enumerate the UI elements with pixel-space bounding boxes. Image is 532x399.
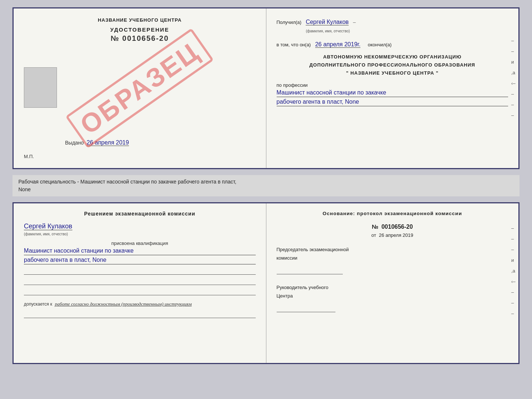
org-line1: АВТОНОМНУЮ НЕКОММЕРЧЕСКУЮ ОРГАНИЗАЦИЮ — [277, 53, 508, 61]
middle-text-line2: None — [18, 186, 514, 193]
bottom-date-prefix: от — [371, 232, 376, 238]
cert-photo-placeholder — [24, 67, 57, 108]
profession-block: по профессии Машинист насосной станции п… — [277, 82, 508, 106]
date-value-right: 26 апреля 2019г. — [315, 41, 360, 48]
head-sig-line — [277, 303, 335, 312]
bottom-name-sublabel: (фамилия, имя, отчество) — [24, 232, 68, 236]
protocol-number-block: № 0010656-20 — [277, 224, 508, 230]
middle-text-line1: Рабочая специальность - Машинист насосно… — [18, 178, 514, 186]
person-name-block: Сергей Кулаков (фамилия, имя, отчество) — [24, 222, 256, 237]
protocol-number: 0010656-20 — [381, 224, 413, 230]
person-name: Сергей Кулаков — [24, 222, 72, 230]
qual-line2: рабочего агента в пласт, None — [24, 257, 256, 264]
top-document: НАЗВАНИЕ УЧЕБНОГО ЦЕНТРА УДОСТОВЕРЕНИЕ №… — [12, 7, 520, 169]
chairman-block: Председатель экзаменационной комиссии — [277, 245, 508, 274]
bottom-right-panel: Основание: протокол экзаменационной коми… — [266, 203, 519, 363]
org-block: АВТОНОМНУЮ НЕКОММЕРЧЕСКУЮ ОРГАНИЗАЦИЮ ДО… — [277, 53, 508, 77]
middle-text-block: Рабочая специальность - Машинист насосно… — [12, 175, 520, 196]
org-quote-close: " — [436, 70, 438, 76]
cert-date-value: 26 апреля 2019 — [87, 139, 129, 146]
cert-date-block: Выдано 26 апреля 2019 — [65, 139, 129, 146]
org-line2: ДОПОЛНИТЕЛЬНОГО ПРОФЕССИОНАЛЬНОГО ОБРАЗО… — [277, 61, 508, 69]
cert-center-block: УДОСТОВЕРЕНИЕ № 0010656-20 — [24, 26, 256, 50]
bottom-date-block: от 26 апреля 2019 — [277, 232, 508, 238]
right-dashes: ––и,а‹–––– — [511, 38, 515, 118]
cert-left-panel: НАЗВАНИЕ УЧЕБНОГО ЦЕНТРА УДОСТОВЕРЕНИЕ №… — [14, 8, 266, 168]
chairman-label2: комиссии — [277, 254, 508, 262]
allow-prefix: допускается к — [24, 302, 52, 307]
org-name: НАЗВАНИЕ УЧЕБНОГО ЦЕНТРА — [351, 70, 434, 76]
date-prefix: в том, что он(а) — [277, 42, 311, 47]
qual-line1: Машинист насосной станции по закачке — [24, 247, 256, 255]
sig-underline-4 — [24, 309, 256, 318]
cert-right-panel: Получил(а) Сергей Кулаков – (фамилия, им… — [266, 8, 519, 168]
allow-text-value: работе согласно должностным (производств… — [55, 301, 191, 307]
cert-mp: М.П. — [24, 154, 34, 159]
protocol-label: № — [372, 224, 378, 230]
head-label2: Центра — [277, 292, 508, 300]
bottom-document: Решением экзаменационной комиссии Сергей… — [12, 202, 520, 364]
received-row: Получил(а) Сергей Кулаков – (фамилия, им… — [277, 17, 508, 35]
bottom-left-panel: Решением экзаменационной комиссии Сергей… — [14, 203, 266, 363]
date-row: в том, что он(а) 26 апреля 2019г. окончи… — [277, 40, 508, 49]
finished-label: окончил(а) — [368, 42, 392, 47]
profession-line1: Машинист насосной станции по закачке — [277, 89, 508, 97]
cert-number: № 0010656-20 — [111, 34, 169, 43]
sig-underline-1 — [24, 266, 256, 275]
profession-line2: рабочего агента в пласт, None — [277, 99, 508, 106]
cert-school-title: НАЗВАНИЕ УЧЕБНОГО ЦЕНТРА — [24, 17, 256, 23]
commission-title: Решением экзаменационной комиссии — [24, 211, 256, 217]
received-label: Получил(а) — [277, 19, 302, 25]
org-name-line: " НАЗВАНИЕ УЧЕБНОГО ЦЕНТРА " — [277, 69, 508, 77]
assigned-label: присвоена квалификация — [24, 241, 256, 246]
org-quote-open: " — [346, 70, 349, 76]
bottom-date-value: 26 апреля 2019 — [379, 232, 413, 238]
allow-text-block: допускается к работе согласно должностны… — [24, 301, 256, 307]
cert-label: УДОСТОВЕРЕНИЕ — [110, 26, 169, 33]
profession-label: по профессии — [277, 82, 508, 88]
head-block: Руководитель учебного Центра — [277, 283, 508, 312]
bottom-right-dashes: –––и,а‹–––– — [511, 225, 515, 316]
cert-date-label: Выдано — [65, 140, 84, 146]
osnov-title: Основание: протокол экзаменационной коми… — [277, 211, 508, 216]
sig-underline-3 — [24, 286, 256, 295]
name-sublabel: (фамилия, имя, отчество) — [306, 29, 350, 33]
head-label: Руководитель учебного — [277, 283, 508, 292]
sig-underline-2 — [24, 276, 256, 285]
chairman-sig-line — [277, 266, 343, 274]
received-name: Сергей Кулаков — [306, 19, 349, 25]
chairman-label: Председатель экзаменационной — [277, 245, 508, 254]
